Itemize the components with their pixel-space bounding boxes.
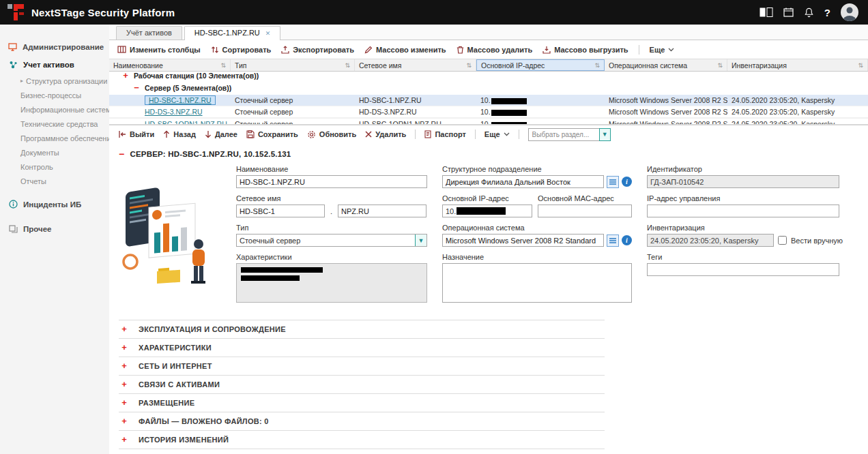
section-history[interactable]: +ИСТОРИЯ ИЗМЕНЕНИЙ (119, 431, 605, 449)
expand-plus-icon[interactable]: + (120, 326, 128, 333)
expand-plus-icon[interactable]: + (121, 72, 130, 79)
column-label: Сетевое имя (359, 61, 401, 70)
sidebar-subitem-documents[interactable]: Документы (0, 145, 109, 160)
manual-checkbox[interactable] (778, 236, 787, 245)
sidebar-item-incidents[interactable]: Инциденты ИБ (0, 195, 109, 213)
section-placement[interactable]: +РАЗМЕЩЕНИЕ (119, 394, 605, 412)
sidebar-subitem-software[interactable]: Программное обеспечение (0, 131, 109, 145)
netname-host-input[interactable] (236, 205, 325, 217)
collapse-minus-icon[interactable]: − (132, 85, 141, 91)
cell-type: Стоечный сервер (231, 120, 355, 124)
asset-link[interactable]: HD-DS-3.NPZ.RU (145, 108, 203, 116)
expand-plus-icon[interactable]: + (120, 436, 128, 443)
purpose-textarea[interactable] (442, 263, 632, 303)
reference-picker-icon[interactable] (607, 234, 619, 247)
expand-plus-icon[interactable]: + (120, 381, 128, 388)
sidebar-subitem-org-structure[interactable]: ▸Структура организации (0, 74, 109, 88)
next-button[interactable]: Далее (205, 130, 237, 138)
section-asset-links[interactable]: +СВЯЗИ С АКТИВАМИ (119, 376, 605, 394)
sidebar-subitem-information-systems[interactable]: Информационные системы (0, 102, 109, 117)
save-button[interactable]: Сохранить (246, 130, 298, 138)
monitor-icon (8, 43, 17, 51)
tab-asset-list[interactable]: Учёт активов (116, 26, 182, 40)
collapsible-sections: +ЭКСПЛУАТАЦИЯ И СОПРОВОЖДЕНИЕ +ХАРАКТЕРИ… (119, 320, 605, 449)
purpose-label: Назначение (442, 253, 632, 261)
cards-icon[interactable] (760, 7, 773, 17)
sort-arrows-icon[interactable]: ⇅ (858, 62, 863, 69)
section-label: ФАЙЛЫ — ВЛОЖЕНО ФАЙЛОВ: 0 (139, 417, 269, 425)
table-group-row-workstation[interactable]: + Рабочая станция (10 Элемента(ов)) (109, 72, 868, 81)
column-header-ip[interactable]: Основной IP-адрес⇅ (476, 59, 605, 71)
calendar-icon[interactable] (783, 7, 794, 17)
ip-input[interactable]: 10. (442, 205, 532, 217)
refresh-button[interactable]: Обновить (307, 130, 356, 139)
help-icon[interactable]: ? (824, 7, 830, 18)
table-row-clipped[interactable]: HD-SBC-1ORN1.NPZ.RU Стоечный сервер HD-S… (109, 119, 868, 124)
exit-button[interactable]: Выйти (117, 130, 154, 138)
passport-button[interactable]: Паспорт (424, 130, 465, 138)
sidebar-subitem-control[interactable]: Контроль (0, 160, 109, 174)
sidebar-subitem-business-processes[interactable]: Бизнес-процессы (0, 88, 109, 102)
detail-more-button[interactable]: Еще (484, 130, 510, 138)
export-button[interactable]: Экспортировать (281, 46, 354, 54)
column-header-type[interactable]: Тип⇅ (231, 59, 355, 71)
expand-plus-icon[interactable]: + (120, 418, 128, 425)
asset-link[interactable]: HD-SBC-1.NPZ.RU (149, 96, 212, 104)
section-characteristics[interactable]: +ХАРАКТЕРИСТИКИ (119, 339, 605, 357)
sort-arrows-icon[interactable]: ⇅ (466, 62, 472, 69)
table-row[interactable]: HD-DS-3.NPZ.RU Стоечный сервер HD-DS-3.N… (109, 106, 868, 118)
user-avatar[interactable] (841, 3, 858, 21)
table-row-selected[interactable]: HD-SBC-1.NPZ.RU Стоечный сервер HD-SBC-1… (109, 95, 868, 106)
expand-plus-icon[interactable]: + (120, 399, 128, 406)
reference-picker-icon[interactable] (607, 176, 619, 188)
column-header-os[interactable]: Операционная система⇅ (605, 59, 727, 71)
sidebar-item-administration[interactable]: Администрирование (0, 38, 109, 56)
netname-domain-input[interactable] (338, 205, 426, 217)
dropdown-arrow-icon[interactable]: ▼ (599, 128, 611, 141)
bulk-unload-button[interactable]: Массово выгрузить (542, 46, 628, 54)
sort-arrows-icon[interactable]: ⇅ (594, 62, 600, 69)
sidebar-subitem-reports[interactable]: Отчеты (0, 174, 109, 188)
change-columns-button[interactable]: Изменить столбцы (117, 46, 201, 54)
section-files[interactable]: +ФАЙЛЫ — ВЛОЖЕНО ФАЙЛОВ: 0 (119, 412, 605, 431)
column-header-inventory[interactable]: Инвентаризация⇅ (727, 59, 868, 71)
sort-arrows-icon[interactable]: ⇅ (717, 62, 723, 69)
expand-plus-icon[interactable]: + (120, 363, 128, 369)
delete-button[interactable]: Удалить (365, 130, 406, 138)
mgmt-ip-input[interactable] (647, 205, 839, 217)
table-group-row-server[interactable]: − Сервер (5 Элемента(ов)) (109, 81, 868, 95)
section-network[interactable]: +СЕТЬ И ИНТЕРНЕТ (119, 357, 605, 376)
asset-link[interactable]: HD-SBC-1ORN1.NPZ.RU (145, 120, 227, 124)
sort-button[interactable]: Сортировать (211, 46, 272, 54)
tags-input[interactable] (647, 263, 839, 276)
type-select[interactable]: Стоечный сервер ▼ (236, 234, 427, 247)
collapse-minus-icon[interactable]: − (119, 151, 124, 157)
bulk-edit-button[interactable]: Массово изменить (364, 46, 446, 54)
sort-arrows-icon[interactable]: ⇅ (345, 62, 350, 69)
name-input[interactable] (236, 175, 427, 188)
button-label: Массово выгрузить (554, 46, 628, 54)
mac-input[interactable] (538, 205, 632, 217)
back-button[interactable]: Назад (163, 130, 196, 138)
info-icon[interactable]: i (622, 235, 632, 245)
sidebar-subitem-technical-means[interactable]: Технические средства (0, 117, 109, 131)
sort-arrows-icon[interactable]: ⇅ (220, 62, 226, 69)
unit-input[interactable] (442, 175, 604, 188)
section-operation[interactable]: +ЭКСПЛУАТАЦИЯ И СОПРОВОЖДЕНИЕ (119, 320, 605, 339)
form-column-3: Идентификатор IP-адрес управления Инвент… (647, 165, 839, 310)
notifications-bell-icon[interactable] (804, 7, 814, 18)
info-icon[interactable]: i (622, 177, 632, 187)
section-select[interactable]: Выбрать раздел... ▼ (528, 128, 611, 141)
expand-plus-icon[interactable]: + (120, 344, 128, 351)
tab-asset-item[interactable]: HD-SBC-1.NPZ.RU✕ (184, 26, 281, 40)
top-bar: NextSTage Security Platform ? (0, 0, 868, 25)
os-input[interactable] (442, 234, 604, 247)
close-icon[interactable]: ✕ (265, 30, 271, 37)
sidebar-item-assets[interactable]: Учет активов (0, 56, 109, 74)
sidebar-item-other[interactable]: Прочее (0, 220, 109, 238)
column-header-netname[interactable]: Сетевое имя⇅ (355, 59, 476, 71)
bulk-delete-button[interactable]: Массово удалить (457, 46, 533, 54)
dropdown-arrow-icon[interactable]: ▼ (415, 234, 426, 246)
more-button[interactable]: Еще (650, 46, 675, 54)
column-header-name[interactable]: Наименование⇅ (109, 59, 231, 71)
